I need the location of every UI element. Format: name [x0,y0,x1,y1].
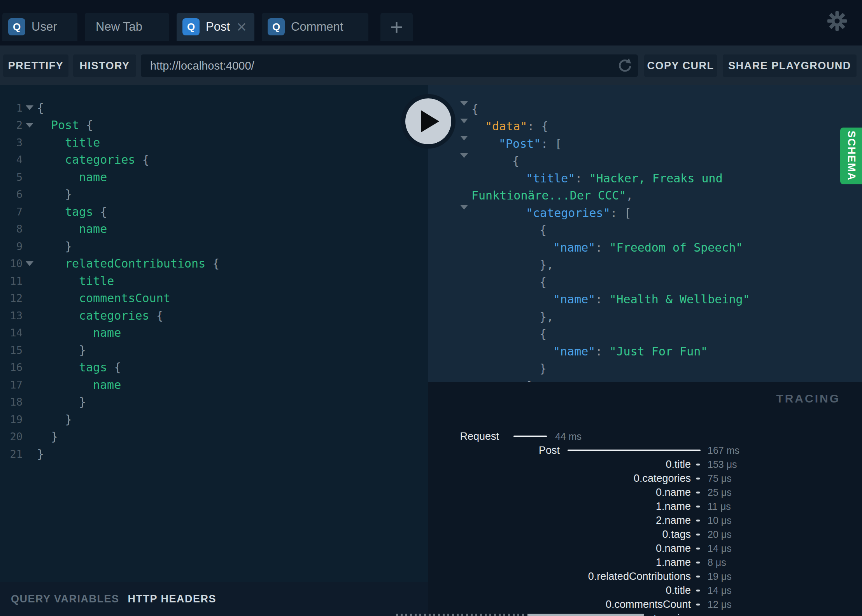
code-text: } [37,187,72,201]
triangle-down-icon [26,123,33,128]
code-token: name [93,326,121,340]
fold-arrow-icon[interactable] [23,105,37,110]
response-line: "name": "Health & Wellbeing" [428,291,862,308]
code-token: "title" [526,172,575,185]
triangle-down-icon [26,105,33,110]
response-lines: {"data": {"Post": [{"title": "Hacker, Fr… [428,100,862,382]
resolver-duration: 11 μs [708,499,731,513]
history-button[interactable]: HISTORY [73,54,136,77]
bottom-scrollbar-thumb[interactable] [528,614,644,616]
editor-line: 5name [0,168,428,186]
resolver-duration-tick [696,492,700,494]
tracing-request-row: Request 44 ms [428,429,862,443]
editor-line: 4categories { [0,151,428,169]
line-number: 9 [0,240,23,252]
line-number: 18 [0,396,23,408]
tracing-request-time: 44 ms [555,429,582,443]
resolver-path-label: 0.name [428,541,691,555]
editor-line: 18} [0,394,428,411]
resolver-path-label: 2.name [428,513,691,527]
code-token: { [540,223,547,237]
resolver-duration: 25 μs [708,485,732,499]
line-number: 3 [0,136,23,149]
editor-line: 7tags { [0,203,428,220]
code-token: } [65,187,72,201]
code-text: ] [428,379,533,382]
copy-curl-button[interactable]: COPY CURL [644,54,717,77]
response-line: "categories": [ [428,204,862,222]
code-text: { [428,275,547,289]
bottom-scrollbar-track [396,614,528,616]
editor-line: 17name [0,376,428,394]
code-text: { [428,154,519,168]
code-token: : [575,172,589,185]
close-tab-icon[interactable]: × [237,18,247,35]
new-tab-button[interactable]: + [380,13,413,41]
endpoint-url-wrap [141,54,638,77]
resolver-duration: 10 μs [708,513,732,527]
response-line: "title": "Hacker, Freaks und [428,170,862,187]
code-text: name [37,378,121,392]
execute-query-button[interactable] [401,94,456,149]
endpoint-url-input[interactable] [141,54,638,77]
response-line: { [428,222,862,239]
code-text: title [37,136,100,149]
editor-line: 20} [0,428,428,446]
triangle-down-icon [460,136,468,154]
line-number: 12 [0,292,23,304]
response-line: { [428,100,862,118]
query-variables-tab[interactable]: QUERY VARIABLES [11,593,119,605]
code-token: : [595,345,609,358]
share-playground-button[interactable]: SHARE PLAYGROUND [723,54,857,77]
code-text: categories { [37,153,149,166]
code-token: } [79,395,86,409]
response-line: } [428,360,862,378]
tab-comment[interactable]: QComment [262,13,368,41]
response-line: ] [428,377,862,382]
code-token: { [205,257,219,270]
line-number: 16 [0,361,23,373]
code-token: : { [527,119,548,133]
schema-side-tab[interactable]: SCHEMA [840,128,862,184]
code-token: } [79,343,86,357]
tracing-resolver-row: 1.name11 μs [428,499,862,513]
resolver-path-label: 0.name [428,485,691,499]
resolver-duration-tick [696,604,700,606]
code-text: } [37,447,44,461]
tracing-resolver-row: 1.name8 μs [428,555,862,569]
resolver-duration: 20 μs [708,527,732,541]
code-token: name [79,222,107,236]
resolver-duration-tick [696,506,700,508]
settings-gear-icon[interactable] [827,11,847,31]
tab-user[interactable]: QUser [2,13,77,41]
editor-line: 6} [0,186,428,203]
query-editor[interactable]: 1{2Post {3title4categories {5name6}7tags… [0,85,428,582]
editor-line: 21} [0,445,428,463]
fold-arrow-icon[interactable] [23,123,37,128]
code-token: "name" [553,241,595,254]
code-token: : [ [610,206,631,220]
code-token: ] [526,379,533,382]
query-badge-icon: Q [182,18,200,35]
query-badge-icon: Q [8,18,25,35]
http-headers-tab[interactable]: HTTP HEADERS [128,593,217,605]
code-text: } [37,395,86,409]
line-number: 7 [0,206,23,218]
line-number: 15 [0,344,23,356]
reload-schema-icon[interactable] [616,57,633,74]
response-line: { [428,273,862,291]
code-token: relatedContributions [65,257,205,270]
prettify-button[interactable]: PRETTIFY [3,54,68,77]
tab-label: Comment [291,20,343,34]
tab-post[interactable]: QPost× [177,13,254,41]
fold-arrow-icon[interactable] [23,261,37,266]
response-line: "data": { [428,118,862,135]
tab-new-tab[interactable]: New Tab [85,13,169,41]
resolver-path-label: 0.tags [428,527,691,541]
code-text: name [37,222,107,236]
editor-line: 2Post { [0,117,428,134]
code-token: }, [540,258,554,271]
tracing-resolver-row: 0.name14 μs [428,541,862,555]
code-token: : [ [541,137,562,150]
editor-line: 12commentsCount [0,290,428,307]
